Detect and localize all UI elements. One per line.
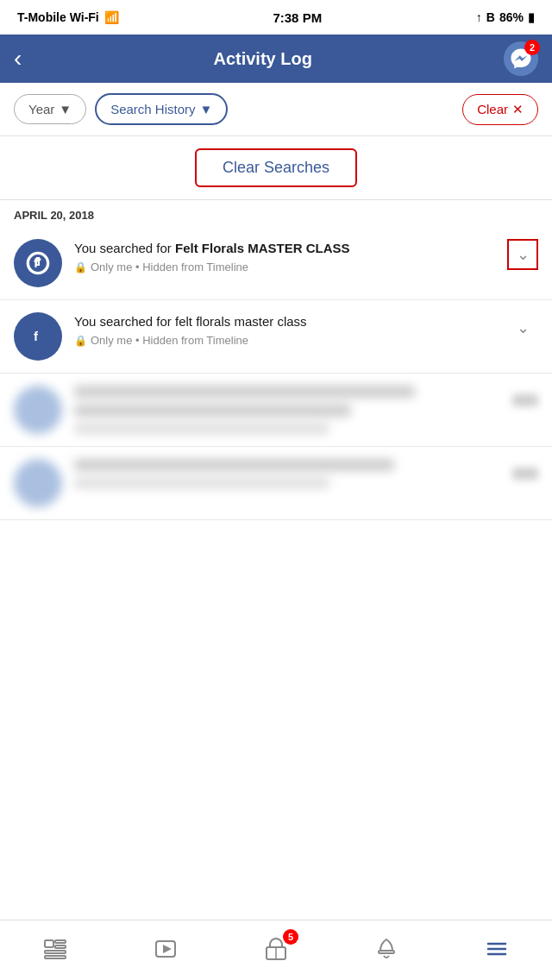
back-button[interactable]: ‹	[14, 47, 22, 71]
bell-icon	[374, 937, 398, 964]
avatar: f	[14, 239, 62, 287]
page-title: Activity Log	[22, 49, 504, 69]
search-history-chevron-icon: ▼	[200, 102, 213, 116]
tab-bar: 5	[0, 920, 552, 980]
battery-icon: ▮	[528, 10, 535, 24]
status-right: ↑ B 86% ▮	[476, 10, 535, 24]
filter-row: Year ▼ Search History ▼ Clear ✕	[0, 83, 552, 136]
activity-chevron-button[interactable]: ⌄	[507, 312, 538, 343]
battery-label: 86%	[499, 10, 524, 24]
blurred-chevron	[512, 394, 538, 406]
main-content: Year ▼ Search History ▼ Clear ✕ Clear Se…	[0, 83, 552, 589]
tab-menu[interactable]	[471, 929, 523, 972]
svg-rect-5	[45, 951, 66, 953]
blurred-line-short	[74, 424, 329, 434]
blurred-chevron	[512, 468, 538, 480]
activity-meta: 🔒 Only me • Hidden from Timeline	[74, 261, 495, 273]
activity-content: You searched for Felt Florals MASTER CLA…	[74, 239, 495, 273]
clear-searches-button[interactable]: Clear Searches	[195, 148, 357, 187]
activity-item-blurred	[0, 447, 552, 520]
activity-visibility: Only me • Hidden from Timeline	[91, 334, 248, 347]
carrier-label: T-Mobile Wi-Fi	[17, 10, 99, 24]
clear-searches-container: Clear Searches	[0, 136, 552, 200]
svg-text:f: f	[34, 329, 39, 343]
tab-marketplace[interactable]: 5	[250, 929, 302, 972]
tab-watch[interactable]	[140, 929, 191, 972]
blurred-line-short	[74, 478, 329, 488]
status-time: 7:38 PM	[273, 10, 322, 25]
activity-visibility: Only me • Hidden from Timeline	[91, 261, 248, 273]
svg-rect-3	[55, 940, 66, 943]
year-filter-button[interactable]: Year ▼	[14, 94, 86, 124]
blurred-line	[74, 459, 394, 471]
search-history-filter-button[interactable]: Search History ▼	[95, 93, 228, 125]
news-feed-icon	[43, 937, 67, 964]
blurred-content	[74, 459, 500, 488]
blurred-line	[74, 405, 351, 417]
blurred-avatar	[14, 459, 62, 507]
activity-text: You searched for Felt Florals MASTER CLA…	[74, 239, 495, 257]
tab-news-feed[interactable]	[29, 929, 81, 972]
activity-item: f You searched for felt florals master c…	[0, 300, 552, 374]
year-filter-label: Year	[28, 102, 54, 116]
search-history-filter-label: Search History	[110, 102, 195, 116]
svg-rect-2	[45, 940, 53, 947]
menu-icon	[485, 937, 509, 964]
marketplace-badge: 5	[283, 929, 298, 945]
activity-content: You searched for felt florals master cla…	[74, 312, 495, 347]
activity-chevron-button[interactable]: ⌄	[507, 239, 538, 270]
messenger-badge: 2	[524, 40, 540, 55]
blurred-avatar	[14, 386, 62, 434]
lock-icon: 🔒	[74, 261, 87, 273]
svg-marker-8	[163, 945, 172, 953]
blurred-content	[74, 386, 500, 434]
svg-rect-6	[45, 956, 66, 958]
tab-notifications[interactable]	[361, 929, 412, 972]
blurred-line	[74, 386, 415, 398]
status-left: T-Mobile Wi-Fi 📶	[17, 10, 119, 24]
bluetooth-icon: B	[486, 10, 495, 24]
date-header: APRIL 20, 2018	[0, 200, 552, 227]
clear-filter-label: Clear	[477, 102, 508, 116]
status-bar: T-Mobile Wi-Fi 📶 7:38 PM ↑ B 86% ▮	[0, 0, 552, 35]
watch-icon	[154, 937, 178, 964]
year-chevron-icon: ▼	[59, 102, 72, 116]
wifi-icon: 📶	[104, 10, 119, 24]
svg-rect-11	[379, 951, 394, 953]
location-icon: ↑	[476, 10, 482, 24]
svg-rect-4	[55, 945, 66, 948]
messenger-button[interactable]: 2	[504, 41, 538, 76]
nav-bar: ‹ Activity Log 2	[0, 35, 552, 83]
avatar: f	[14, 312, 62, 361]
activity-text: You searched for felt florals master cla…	[74, 312, 495, 330]
clear-filter-x-icon: ✕	[512, 102, 524, 117]
lock-icon: 🔒	[74, 335, 87, 347]
activity-item: f You searched for Felt Florals MASTER C…	[0, 227, 552, 300]
activity-meta: 🔒 Only me • Hidden from Timeline	[74, 334, 495, 347]
clear-filter-button[interactable]: Clear ✕	[462, 94, 538, 125]
activity-item-blurred	[0, 374, 552, 447]
